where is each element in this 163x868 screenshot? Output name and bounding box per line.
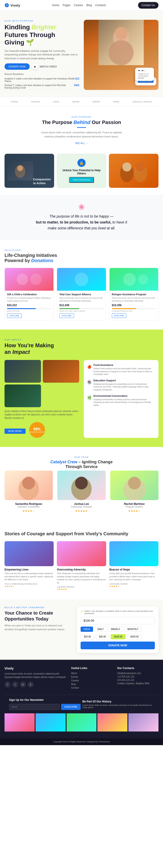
purpose-title: The Purpose Behind Our Passion <box>4 120 159 125</box>
preset-250[interactable]: $250.00 <box>127 634 142 639</box>
community-image <box>109 154 159 188</box>
footer-links-list: About Events Causes Blog Contact <box>71 672 113 689</box>
initiative-img-2 <box>57 268 106 291</box>
impact-right: 🍎 Food Assistance Deliver fresh produce … <box>84 360 159 438</box>
story-stars-1: ★★★★☆ <box>4 585 54 588</box>
hero-tag: Give with Purpose <box>4 20 79 22</box>
initiative-body-1: Gift a Child a Celebration Provide joy t… <box>5 291 53 320</box>
explore-btn-2[interactable]: EXPLORE <box>59 313 74 318</box>
impact-food-title: Food Assistance <box>93 364 155 366</box>
nav-logo[interactable]: V Vively <box>4 3 20 7</box>
newsletter-email-input[interactable] <box>9 704 60 710</box>
footer-brand: Vively Lorem ipsum dolor sit amet, conse… <box>4 666 67 690</box>
play-icon: ▶ <box>32 63 38 70</box>
stories-grid: Empowering Lives They took the time to u… <box>4 541 159 590</box>
hero-photo-visual <box>84 20 159 65</box>
impact-env-title: Environmental Conservation <box>93 395 155 397</box>
donate-grid: BUILD A BETTER TOMORROW Your Chance to C… <box>4 607 159 653</box>
svg-point-27 <box>75 477 88 489</box>
impact-title: How You're Makingan Impact <box>4 342 159 355</box>
initiatives-tag: INITIATIVES <box>4 249 159 251</box>
initiative-visual-2 <box>57 268 106 291</box>
view-programs-button[interactable]: VIEW PROGRAMS <box>69 177 94 183</box>
explore-btn-1[interactable]: EXPLORE <box>7 313 22 318</box>
story-visual-2 <box>57 541 106 566</box>
initiative-card-1: Gift a Child a Celebration Provide joy t… <box>4 268 54 320</box>
newsletter-right: Be Part Of Our History Lorem ipsum dolor… <box>82 700 154 709</box>
footer-link-blog[interactable]: Blog <box>71 683 113 685</box>
badge-label: People in our community & globally <box>135 71 154 81</box>
hero-section: Give with Purpose Kindling BrighterFutur… <box>0 11 163 97</box>
svg-point-30 <box>128 477 140 489</box>
preset-25[interactable]: $25.00 <box>81 634 94 639</box>
compassion-image: Compassion in Action <box>4 154 54 188</box>
initiative-img-1 <box>5 268 53 291</box>
svg-point-21 <box>138 274 148 284</box>
donate-tag: BUILD A BETTER TOMORROW <box>4 607 73 609</box>
nav-home[interactable]: Home <box>52 4 59 7</box>
nav-pages[interactable]: Pages <box>63 4 70 7</box>
watch-video-button[interactable]: ▶ WATCH VIDEO <box>32 63 57 70</box>
education-icon: 📚 <box>87 379 91 385</box>
nav-causes[interactable]: Causes <box>74 4 83 7</box>
freq-once[interactable]: ONCE <box>81 627 93 632</box>
see-all-link[interactable]: SEE ALL → <box>75 142 88 145</box>
freq-weekly[interactable]: WEEKLY <box>108 627 123 632</box>
twitter-icon[interactable]: t <box>12 682 18 687</box>
team-member-1: Samantha Rodriguez Volunteer Coordinator… <box>4 471 53 513</box>
initiatives-section: INITIATIVES Life-Changing InitiativesPow… <box>0 240 163 330</box>
member-name-1: Samantha Rodriguez <box>4 502 53 505</box>
quote-section: 🌸 The purpose of life is not to be happy… <box>0 195 163 240</box>
freq-daily[interactable]: DAILY <box>94 627 107 632</box>
hero-description: Our impactful initiatives actively engag… <box>4 49 79 60</box>
footer-link-causes[interactable]: Causes <box>71 679 113 682</box>
preset-amounts: $25.00 $50.00 $100.00 $250.00 <box>81 634 155 639</box>
member-role-2: Community Outreach <box>57 505 106 508</box>
amount-input[interactable] <box>81 617 155 624</box>
nav-blog[interactable]: Blog <box>86 4 92 7</box>
story-img-1 <box>4 541 54 566</box>
donate-title: Your Chance to Create Opportunities Toda… <box>4 610 73 622</box>
impact-img-2 <box>43 360 79 383</box>
facebook-icon[interactable]: f <box>4 682 10 687</box>
initiative-visual-1 <box>5 268 53 291</box>
lock-icon: 🔒 <box>77 159 86 167</box>
instagram-icon[interactable]: in <box>20 682 26 687</box>
preset-50[interactable]: $50.00 <box>96 634 110 639</box>
member-img-1 <box>4 471 53 500</box>
donate-button[interactable]: DONATE NOW <box>4 63 30 70</box>
recent-donations-title: Recent Donations <box>4 73 79 75</box>
nav-cta-button[interactable]: Contact Us <box>138 2 159 9</box>
hero-title: Kindling BrighterFutures ThroughGiving 🌱 <box>4 23 79 46</box>
purpose-card-community <box>109 154 159 188</box>
svg-rect-33 <box>113 541 154 566</box>
explore-btn-3[interactable]: EXPLORE <box>112 313 127 318</box>
impact-section: OUR IMPACT How You're Makingan Impact Qu… <box>0 330 163 447</box>
progress-fill-2 <box>59 308 79 309</box>
svg-point-20 <box>123 273 135 286</box>
footer-phone2: 123-414-121-121 <box>117 679 159 681</box>
svg-point-24 <box>23 477 35 489</box>
freq-monthly[interactable]: MONTHLY <box>124 627 141 632</box>
donate-now-button[interactable]: DONATE NOW <box>81 642 155 649</box>
initiative-tag-3: HUMANITARIAN AID <box>112 310 156 312</box>
preset-100[interactable]: $100.00 <box>111 634 126 639</box>
impact-tag: OUR IMPACT <box>4 339 159 341</box>
footer-link-events[interactable]: Events <box>71 676 113 678</box>
food-icon: 🍎 <box>87 364 91 370</box>
member-stars-3: ★★★★☆ <box>110 509 159 513</box>
gallery-img-4 <box>97 713 127 732</box>
notice-icon: ⚡ <box>81 610 83 612</box>
member-stars-1: ★★★★☆ <box>4 509 53 513</box>
newsletter-subscribe-button[interactable]: SUBSCRIBE <box>61 704 81 710</box>
title-divider <box>77 127 86 128</box>
linkedin-icon[interactable]: li <box>28 682 34 687</box>
impact-edu-title: Education Support <box>93 379 155 382</box>
nav-contacts[interactable]: Contacts <box>95 4 106 7</box>
svg-point-15 <box>17 274 28 285</box>
story-text-1: They took the time to understanding uniq… <box>4 572 54 581</box>
read-more-button[interactable]: READ MORE <box>4 429 26 434</box>
footer-link-contact[interactable]: Contact <box>71 686 113 689</box>
footer-link-about[interactable]: About <box>71 672 113 675</box>
gallery-img-2 <box>36 713 66 732</box>
